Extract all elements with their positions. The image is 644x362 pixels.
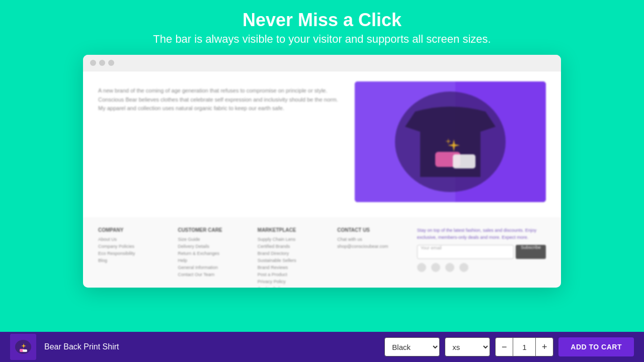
footer-marketplace-title: Marketplace	[258, 227, 329, 233]
footer-link: Privacy Policy	[258, 279, 329, 284]
email-subscribe-row: Your email Subscribe	[417, 245, 546, 259]
footer-link: Certified Brands	[258, 244, 329, 249]
footer-contact-title: Contact Us	[337, 227, 409, 233]
sticky-product-name: Bear Back Print Shirt	[44, 342, 376, 351]
page-subtitle: The bar is always visible to your visito…	[153, 33, 491, 46]
footer-col-newsletter: Stay on top of the latest fashion, sales…	[417, 227, 546, 288]
facebook-icon	[417, 263, 426, 272]
email-input-fake: Your email	[417, 245, 514, 259]
browser-dot-close	[90, 60, 96, 66]
footer-company-title: Company	[98, 227, 170, 233]
quantity-increase-button[interactable]: +	[535, 337, 553, 356]
page-header: Never Miss a Click The bar is always vis…	[143, 0, 501, 51]
footer-col-marketplace: Marketplace Supply Chain Lens Certified …	[258, 227, 329, 288]
thumbnail-svg	[10, 334, 36, 360]
footer-link: shop@conscioubear.com	[337, 244, 409, 249]
footer-link: Blog	[98, 258, 170, 263]
browser-dot-minimize	[99, 60, 105, 66]
browser-window: A new brand of the coming of age generat…	[83, 55, 561, 288]
footer-link: Size Guide	[178, 237, 249, 242]
color-select[interactable]: Black White Navy Gray	[384, 337, 440, 356]
footer-link: Chat with us	[337, 237, 409, 242]
svg-rect-8	[23, 349, 27, 352]
browser-content: A new brand of the coming of age generat…	[83, 71, 561, 288]
product-image	[355, 81, 546, 202]
quantity-control: − 1 +	[495, 337, 553, 356]
footer-blurred: Company About Us Company Policies Eco Re…	[83, 217, 561, 288]
sticky-add-to-cart-bar: Bear Back Print Shirt Black White Navy G…	[0, 332, 644, 362]
footer-link: About Us	[98, 237, 170, 242]
page-title: Never Miss a Click	[153, 9, 491, 31]
product-description: A new brand of the coming of age generat…	[98, 81, 340, 202]
footer-link: Delivery Details	[178, 244, 249, 249]
pinterest-icon	[459, 263, 468, 272]
footer-link: Brand Reviews	[258, 265, 329, 270]
footer-customer-care-title: Customer Care	[178, 227, 249, 233]
footer-link: Eco Responsibility	[98, 251, 170, 256]
footer-link: Supply Chain Lens	[258, 237, 329, 242]
footer-link: Help	[178, 258, 249, 263]
social-icons	[417, 263, 546, 272]
browser-dot-maximize	[108, 60, 114, 66]
size-select[interactable]: xs s m l xl xxl	[445, 337, 490, 356]
instagram-icon	[445, 263, 454, 272]
add-to-cart-button[interactable]: ADD TO CART	[558, 337, 634, 356]
footer-link: Contact Our Team	[178, 272, 249, 277]
browser-toolbar	[83, 55, 561, 71]
footer-newsletter-promo: Stay on top of the latest fashion, sales…	[417, 227, 546, 241]
footer-link: Company Policies	[98, 244, 170, 249]
footer-col-contact: Contact Us Chat with us shop@conscioubea…	[337, 227, 409, 288]
product-svg	[355, 81, 546, 202]
twitter-icon	[431, 263, 440, 272]
footer-link: Brand Directory	[258, 251, 329, 256]
footer-link: Cookie Policy	[258, 286, 329, 288]
quantity-value: 1	[513, 337, 535, 356]
footer-link: Post a Product	[258, 272, 329, 277]
footer-link: Return & Exchanges	[178, 251, 249, 256]
product-thumbnail	[10, 334, 36, 360]
subscribe-btn-fake: Subscribe	[516, 245, 546, 259]
quantity-decrease-button[interactable]: −	[495, 337, 513, 356]
product-content-area: A new brand of the coming of age generat…	[83, 71, 561, 212]
footer-col-customer-care: Customer Care Size Guide Delivery Detail…	[178, 227, 249, 288]
footer-col-company: Company About Us Company Policies Eco Re…	[98, 227, 170, 288]
svg-rect-4	[453, 154, 475, 168]
bar-controls: Black White Navy Gray xs s m l xl xxl − …	[384, 337, 634, 356]
footer-link: Sustainable Sellers	[258, 258, 329, 263]
footer-link: General Information	[178, 265, 249, 270]
